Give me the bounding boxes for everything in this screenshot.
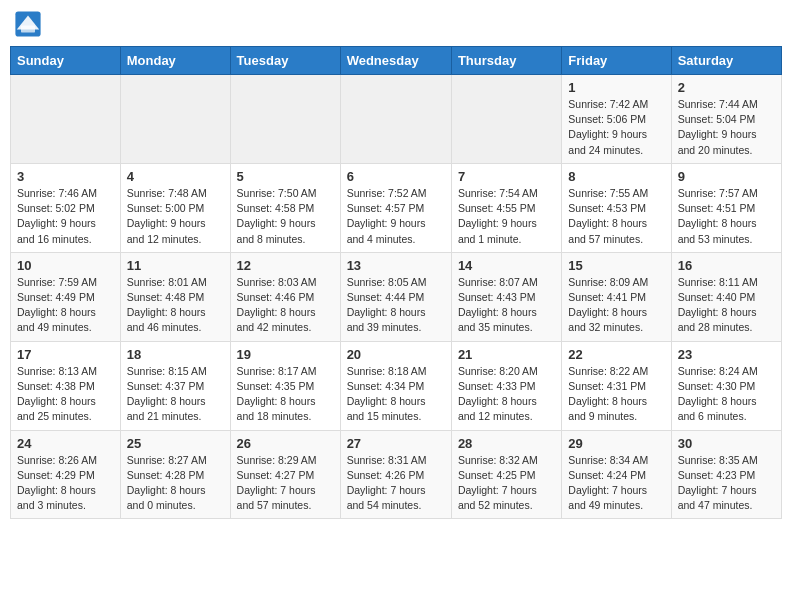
calendar-cell: 23Sunrise: 8:24 AM Sunset: 4:30 PM Dayli… [671, 341, 781, 430]
day-info: Sunrise: 8:31 AM Sunset: 4:26 PM Dayligh… [347, 453, 445, 514]
day-number: 22 [568, 347, 664, 362]
day-info: Sunrise: 8:22 AM Sunset: 4:31 PM Dayligh… [568, 364, 664, 425]
col-header-monday: Monday [120, 47, 230, 75]
day-info: Sunrise: 8:01 AM Sunset: 4:48 PM Dayligh… [127, 275, 224, 336]
day-number: 14 [458, 258, 555, 273]
calendar-cell: 8Sunrise: 7:55 AM Sunset: 4:53 PM Daylig… [562, 163, 671, 252]
calendar-cell: 13Sunrise: 8:05 AM Sunset: 4:44 PM Dayli… [340, 252, 451, 341]
calendar-week-1: 1Sunrise: 7:42 AM Sunset: 5:06 PM Daylig… [11, 75, 782, 164]
calendar-cell: 30Sunrise: 8:35 AM Sunset: 4:23 PM Dayli… [671, 430, 781, 519]
col-header-wednesday: Wednesday [340, 47, 451, 75]
day-info: Sunrise: 7:59 AM Sunset: 4:49 PM Dayligh… [17, 275, 114, 336]
day-number: 20 [347, 347, 445, 362]
day-number: 10 [17, 258, 114, 273]
calendar-cell [451, 75, 561, 164]
calendar-cell: 10Sunrise: 7:59 AM Sunset: 4:49 PM Dayli… [11, 252, 121, 341]
calendar-cell: 17Sunrise: 8:13 AM Sunset: 4:38 PM Dayli… [11, 341, 121, 430]
day-number: 1 [568, 80, 664, 95]
day-number: 25 [127, 436, 224, 451]
col-header-sunday: Sunday [11, 47, 121, 75]
logo [14, 10, 46, 38]
day-number: 23 [678, 347, 775, 362]
day-info: Sunrise: 8:35 AM Sunset: 4:23 PM Dayligh… [678, 453, 775, 514]
calendar-cell: 2Sunrise: 7:44 AM Sunset: 5:04 PM Daylig… [671, 75, 781, 164]
calendar-cell: 15Sunrise: 8:09 AM Sunset: 4:41 PM Dayli… [562, 252, 671, 341]
calendar-cell: 27Sunrise: 8:31 AM Sunset: 4:26 PM Dayli… [340, 430, 451, 519]
day-info: Sunrise: 8:15 AM Sunset: 4:37 PM Dayligh… [127, 364, 224, 425]
calendar-cell: 19Sunrise: 8:17 AM Sunset: 4:35 PM Dayli… [230, 341, 340, 430]
calendar-cell: 20Sunrise: 8:18 AM Sunset: 4:34 PM Dayli… [340, 341, 451, 430]
col-header-friday: Friday [562, 47, 671, 75]
calendar-cell: 9Sunrise: 7:57 AM Sunset: 4:51 PM Daylig… [671, 163, 781, 252]
col-header-thursday: Thursday [451, 47, 561, 75]
calendar-cell: 21Sunrise: 8:20 AM Sunset: 4:33 PM Dayli… [451, 341, 561, 430]
day-info: Sunrise: 7:42 AM Sunset: 5:06 PM Dayligh… [568, 97, 664, 158]
day-info: Sunrise: 8:07 AM Sunset: 4:43 PM Dayligh… [458, 275, 555, 336]
day-info: Sunrise: 8:17 AM Sunset: 4:35 PM Dayligh… [237, 364, 334, 425]
day-number: 4 [127, 169, 224, 184]
day-number: 3 [17, 169, 114, 184]
calendar-cell: 4Sunrise: 7:48 AM Sunset: 5:00 PM Daylig… [120, 163, 230, 252]
day-info: Sunrise: 8:18 AM Sunset: 4:34 PM Dayligh… [347, 364, 445, 425]
day-info: Sunrise: 7:44 AM Sunset: 5:04 PM Dayligh… [678, 97, 775, 158]
day-info: Sunrise: 7:52 AM Sunset: 4:57 PM Dayligh… [347, 186, 445, 247]
day-number: 26 [237, 436, 334, 451]
calendar-cell [340, 75, 451, 164]
calendar-cell [11, 75, 121, 164]
day-info: Sunrise: 7:46 AM Sunset: 5:02 PM Dayligh… [17, 186, 114, 247]
day-number: 2 [678, 80, 775, 95]
day-info: Sunrise: 8:24 AM Sunset: 4:30 PM Dayligh… [678, 364, 775, 425]
calendar-week-2: 3Sunrise: 7:46 AM Sunset: 5:02 PM Daylig… [11, 163, 782, 252]
calendar-cell: 14Sunrise: 8:07 AM Sunset: 4:43 PM Dayli… [451, 252, 561, 341]
day-number: 19 [237, 347, 334, 362]
day-number: 9 [678, 169, 775, 184]
calendar-header-row: SundayMondayTuesdayWednesdayThursdayFrid… [11, 47, 782, 75]
calendar-cell: 16Sunrise: 8:11 AM Sunset: 4:40 PM Dayli… [671, 252, 781, 341]
calendar-cell [120, 75, 230, 164]
day-number: 5 [237, 169, 334, 184]
day-info: Sunrise: 8:34 AM Sunset: 4:24 PM Dayligh… [568, 453, 664, 514]
calendar-table: SundayMondayTuesdayWednesdayThursdayFrid… [10, 46, 782, 519]
day-number: 11 [127, 258, 224, 273]
logo-icon [14, 10, 42, 38]
day-info: Sunrise: 8:32 AM Sunset: 4:25 PM Dayligh… [458, 453, 555, 514]
calendar-week-4: 17Sunrise: 8:13 AM Sunset: 4:38 PM Dayli… [11, 341, 782, 430]
calendar-cell: 26Sunrise: 8:29 AM Sunset: 4:27 PM Dayli… [230, 430, 340, 519]
day-number: 24 [17, 436, 114, 451]
day-number: 30 [678, 436, 775, 451]
calendar-cell: 6Sunrise: 7:52 AM Sunset: 4:57 PM Daylig… [340, 163, 451, 252]
calendar-cell: 3Sunrise: 7:46 AM Sunset: 5:02 PM Daylig… [11, 163, 121, 252]
calendar-cell: 11Sunrise: 8:01 AM Sunset: 4:48 PM Dayli… [120, 252, 230, 341]
page-header [10, 10, 782, 38]
day-info: Sunrise: 7:57 AM Sunset: 4:51 PM Dayligh… [678, 186, 775, 247]
calendar-cell: 5Sunrise: 7:50 AM Sunset: 4:58 PM Daylig… [230, 163, 340, 252]
day-info: Sunrise: 8:05 AM Sunset: 4:44 PM Dayligh… [347, 275, 445, 336]
day-number: 12 [237, 258, 334, 273]
calendar-week-3: 10Sunrise: 7:59 AM Sunset: 4:49 PM Dayli… [11, 252, 782, 341]
day-info: Sunrise: 7:55 AM Sunset: 4:53 PM Dayligh… [568, 186, 664, 247]
day-info: Sunrise: 7:48 AM Sunset: 5:00 PM Dayligh… [127, 186, 224, 247]
calendar-cell: 18Sunrise: 8:15 AM Sunset: 4:37 PM Dayli… [120, 341, 230, 430]
day-number: 7 [458, 169, 555, 184]
day-number: 8 [568, 169, 664, 184]
day-number: 16 [678, 258, 775, 273]
day-number: 21 [458, 347, 555, 362]
day-number: 28 [458, 436, 555, 451]
day-info: Sunrise: 8:09 AM Sunset: 4:41 PM Dayligh… [568, 275, 664, 336]
calendar-cell [230, 75, 340, 164]
day-number: 13 [347, 258, 445, 273]
day-info: Sunrise: 8:27 AM Sunset: 4:28 PM Dayligh… [127, 453, 224, 514]
calendar-cell: 29Sunrise: 8:34 AM Sunset: 4:24 PM Dayli… [562, 430, 671, 519]
col-header-tuesday: Tuesday [230, 47, 340, 75]
day-info: Sunrise: 8:13 AM Sunset: 4:38 PM Dayligh… [17, 364, 114, 425]
day-info: Sunrise: 8:03 AM Sunset: 4:46 PM Dayligh… [237, 275, 334, 336]
svg-rect-2 [21, 25, 35, 32]
calendar-cell: 22Sunrise: 8:22 AM Sunset: 4:31 PM Dayli… [562, 341, 671, 430]
calendar-cell: 12Sunrise: 8:03 AM Sunset: 4:46 PM Dayli… [230, 252, 340, 341]
day-number: 17 [17, 347, 114, 362]
col-header-saturday: Saturday [671, 47, 781, 75]
day-info: Sunrise: 7:54 AM Sunset: 4:55 PM Dayligh… [458, 186, 555, 247]
day-number: 18 [127, 347, 224, 362]
calendar-cell: 25Sunrise: 8:27 AM Sunset: 4:28 PM Dayli… [120, 430, 230, 519]
day-number: 27 [347, 436, 445, 451]
